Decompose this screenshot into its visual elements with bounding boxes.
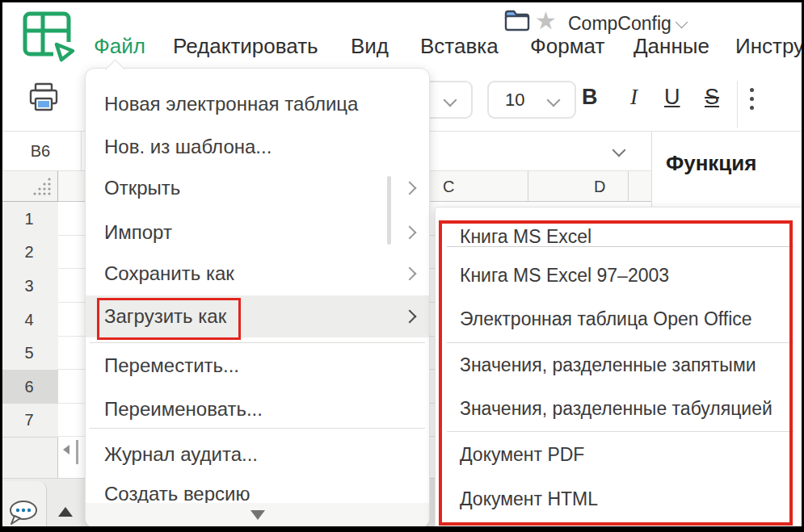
sheet-tabs-up-arrow-icon[interactable]	[58, 507, 73, 517]
menu-data[interactable]: Данные	[634, 34, 709, 59]
menu-view[interactable]: Вид	[351, 34, 389, 59]
menu-scroll-down-strip[interactable]	[86, 503, 429, 527]
select-all-dots-icon	[30, 176, 53, 200]
menu-scroll-down-icon	[250, 510, 265, 520]
menu-item-label: Импорт	[104, 221, 172, 244]
zoho-sheet-logo[interactable]	[21, 10, 79, 66]
column-header-c[interactable]: C	[443, 178, 454, 196]
row-header-1[interactable]: 1	[0, 202, 58, 237]
scroll-left-arrow-icon[interactable]	[63, 445, 69, 455]
menu-item-new-from-template[interactable]: Нов. из шаблона...	[86, 126, 429, 168]
toolbar-separator	[737, 81, 738, 128]
menu-item-audit-trail[interactable]: Журнал аудита...	[86, 434, 429, 475]
italic-button[interactable]: I	[630, 85, 638, 110]
document-title[interactable]: CompConfig	[568, 13, 671, 35]
menu-separator	[90, 428, 425, 429]
folder-icon[interactable]	[503, 9, 532, 36]
chevron-down-icon	[547, 93, 561, 107]
menu-item-label: Переместить...	[104, 354, 239, 377]
menu-format[interactable]: Формат	[530, 34, 604, 59]
frame-left	[0, 0, 2, 532]
menu-edit[interactable]: Редактировать	[173, 34, 318, 59]
menu-item-label: Новая электронная таблица	[104, 93, 358, 115]
hscroll-thumb[interactable]	[76, 440, 78, 464]
font-size-dropdown[interactable]: 10	[487, 81, 576, 119]
row-header-7[interactable]: 7	[0, 404, 58, 438]
column-border	[628, 171, 629, 202]
frame-bottom	[0, 526, 804, 532]
submenu-arrow-icon	[403, 310, 417, 324]
app-window: C D 1 2 3 4 5 6 7	[0, 0, 804, 532]
row-header-5[interactable]: 5	[0, 337, 58, 371]
submenu-arrow-icon	[403, 226, 417, 240]
menu-tools[interactable]: Инструменты	[735, 34, 804, 59]
row-header-3[interactable]: 3	[0, 269, 58, 304]
name-box[interactable]: B6	[0, 132, 81, 170]
menu-item-new-spreadsheet[interactable]: Новая электронная таблица	[86, 83, 429, 125]
name-box-divider	[81, 132, 82, 170]
font-size-value: 10	[505, 90, 524, 111]
menu-item-label: Сохранить как	[104, 262, 234, 285]
menu-item-save-as[interactable]: Сохранить как	[86, 253, 429, 295]
comments-tab[interactable]	[0, 481, 47, 532]
title-chevron-down-icon[interactable]	[676, 16, 688, 29]
row-header-4[interactable]: 4	[0, 303, 58, 337]
menu-item-label: Открыть	[104, 177, 180, 199]
submenu-arrow-icon	[403, 267, 417, 281]
chevron-down-icon	[444, 93, 457, 107]
formula-bar-chevron-icon[interactable]	[612, 144, 626, 157]
function-panel: Функция	[651, 132, 804, 207]
column-border	[528, 171, 528, 202]
menu-item-label: Журнал аудита...	[104, 443, 258, 466]
underline-button[interactable]: U	[664, 85, 680, 110]
kebab-menu-icon[interactable]	[750, 86, 754, 112]
file-menu: Новая электронная таблица Нов. из шаблон…	[85, 68, 430, 528]
menu-item-label: Нов. из шаблона...	[104, 136, 272, 158]
annotation-box-download-as	[97, 298, 241, 340]
bold-button[interactable]: B	[582, 85, 598, 110]
column-header-d[interactable]: D	[594, 178, 605, 196]
menu-insert[interactable]: Вставка	[420, 34, 499, 59]
row-header-6-selected[interactable]: 6	[0, 370, 58, 404]
menu-item-move[interactable]: Переместить...	[86, 345, 429, 387]
menu-separator	[90, 342, 425, 343]
menu-item-label: Переименовать...	[104, 398, 263, 421]
select-all-corner[interactable]	[0, 171, 58, 202]
menu-item-rename[interactable]: Переименовать...	[86, 388, 429, 430]
strikethrough-button[interactable]: S	[705, 85, 719, 110]
menu-file[interactable]: Файл	[94, 34, 145, 59]
menu-scrollbar-thumb[interactable]	[387, 176, 391, 245]
download-as-submenu: Книга MS Excel Книга MS Excel 97–2003 Эл…	[435, 207, 804, 528]
star-icon[interactable]: ★	[535, 6, 557, 35]
function-panel-title: Функция	[666, 151, 804, 176]
printer-icon[interactable]	[27, 81, 60, 118]
annotation-box-submenu	[439, 220, 793, 526]
menu-item-open[interactable]: Открыть	[86, 167, 429, 209]
submenu-arrow-icon	[403, 182, 417, 195]
menu-item-label: Создать версию	[104, 483, 250, 505]
menu-item-import[interactable]: Импорт	[86, 212, 429, 253]
row-header-2[interactable]: 2	[0, 236, 58, 270]
frame-top	[0, 0, 804, 2]
